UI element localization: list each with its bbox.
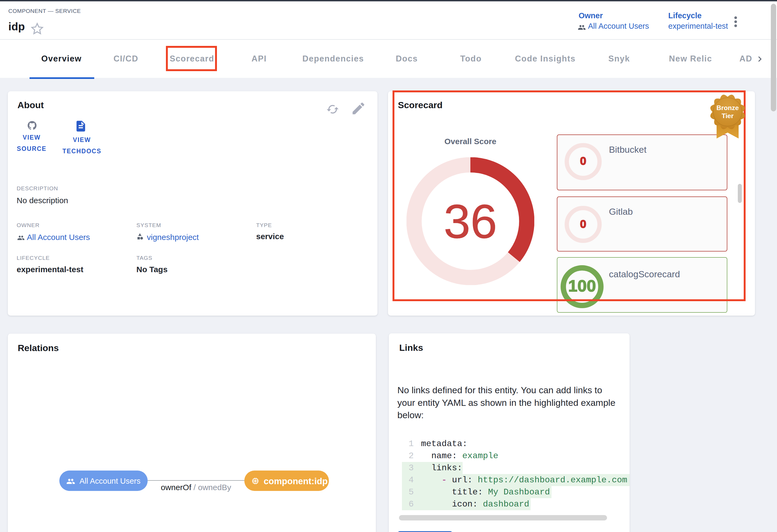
svg-text:Bronze: Bronze [716,104,739,111]
svg-text:Tier: Tier [722,112,734,119]
